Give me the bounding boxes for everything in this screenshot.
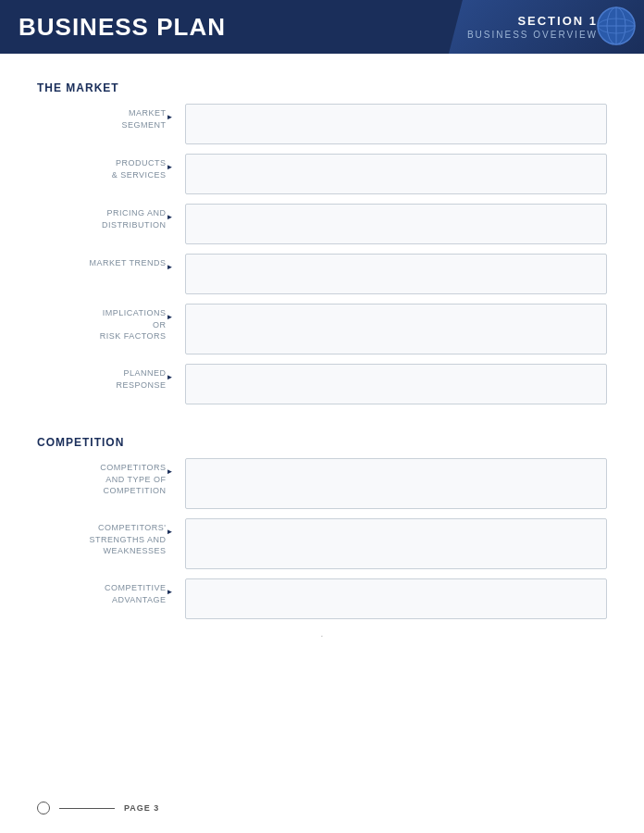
- title-normal: BUSINESS: [19, 13, 156, 41]
- input-pricing-distribution[interactable]: [185, 204, 607, 244]
- arrow-products-services: ►: [167, 157, 174, 172]
- globe-icon: [596, 6, 637, 46]
- input-products-services[interactable]: [185, 154, 607, 194]
- footer: PAGE 3: [37, 802, 159, 814]
- row-products-services: PRODUCTS& SERVICES ►: [37, 154, 607, 194]
- label-pricing-distribution: PRICING ANDDISTRIBUTION ►: [37, 204, 185, 230]
- the-market-heading: THE MARKET: [37, 81, 607, 94]
- arrow-market-segment: ►: [167, 107, 174, 122]
- label-competitive-advantage: COMPETITIVEADVANTAGE ►: [37, 578, 185, 605]
- header-title: BUSINESS PLAN: [19, 13, 226, 42]
- arrow-implications-risk: ►: [167, 307, 174, 322]
- arrow-planned-response: ►: [167, 367, 174, 382]
- row-pricing-distribution: PRICING ANDDISTRIBUTION ►: [37, 204, 607, 244]
- arrow-competitors-strengths: ►: [167, 522, 174, 537]
- footer-page-label: PAGE 3: [124, 803, 159, 813]
- competition-heading: COMPETITION: [37, 436, 607, 449]
- row-competitors-type: COMPETITORSAND TYPE OFCOMPETITION ►: [37, 458, 607, 509]
- row-market-segment: MARKETSEGMENT ►: [37, 104, 607, 144]
- section-label: SECTION 1: [517, 14, 598, 28]
- label-planned-response: PLANNEDRESPONSE ►: [37, 364, 185, 391]
- label-products-services: PRODUCTS& SERVICES ►: [37, 154, 185, 180]
- footer-line: [59, 808, 115, 809]
- row-market-trends: MARKET TRENDS ►: [37, 254, 607, 294]
- row-implications-risk: IMPLICATIONSORRISK FACTORS ►: [37, 304, 607, 354]
- header-left: BUSINESS PLAN: [0, 0, 449, 54]
- row-competitive-advantage: COMPETITIVEADVANTAGE ►: [37, 578, 607, 619]
- input-market-trends[interactable]: [185, 254, 607, 294]
- arrow-competitors-type: ►: [167, 462, 174, 477]
- arrow-competitive-advantage: ►: [167, 582, 174, 597]
- row-planned-response: PLANNEDRESPONSE ►: [37, 364, 607, 404]
- footer-circle: [37, 802, 50, 814]
- label-market-trends: MARKET TRENDS ►: [37, 254, 185, 272]
- input-market-segment[interactable]: [185, 104, 607, 144]
- label-implications-risk: IMPLICATIONSORRISK FACTORS ►: [37, 304, 185, 342]
- arrow-market-trends: ►: [167, 257, 174, 272]
- input-planned-response[interactable]: [185, 364, 607, 404]
- input-competitors-strengths[interactable]: [185, 518, 607, 569]
- section-sub: BUSINESS OVERVIEW: [467, 30, 598, 40]
- page: BUSINESS PLAN SECTION 1 BUSINESS OVERVIE…: [0, 0, 644, 833]
- label-market-segment: MARKETSEGMENT ►: [37, 104, 185, 131]
- title-bold: PLAN: [156, 13, 226, 41]
- row-competitors-strengths: COMPETITORS'STRENGTHS ANDWEAKNESSES ►: [37, 518, 607, 569]
- arrow-pricing-distribution: ►: [167, 207, 174, 222]
- input-competitive-advantage[interactable]: [185, 578, 607, 619]
- header: BUSINESS PLAN SECTION 1 BUSINESS OVERVIE…: [0, 0, 644, 54]
- input-competitors-type[interactable]: [185, 458, 607, 509]
- content: THE MARKET MARKETSEGMENT ► PRODUCTS& SER…: [0, 54, 644, 657]
- dot-separator: .: [37, 628, 607, 639]
- input-implications-risk[interactable]: [185, 304, 607, 354]
- label-competitors-type: COMPETITORSAND TYPE OFCOMPETITION ►: [37, 458, 185, 497]
- label-competitors-strengths: COMPETITORS'STRENGTHS ANDWEAKNESSES ►: [37, 518, 185, 557]
